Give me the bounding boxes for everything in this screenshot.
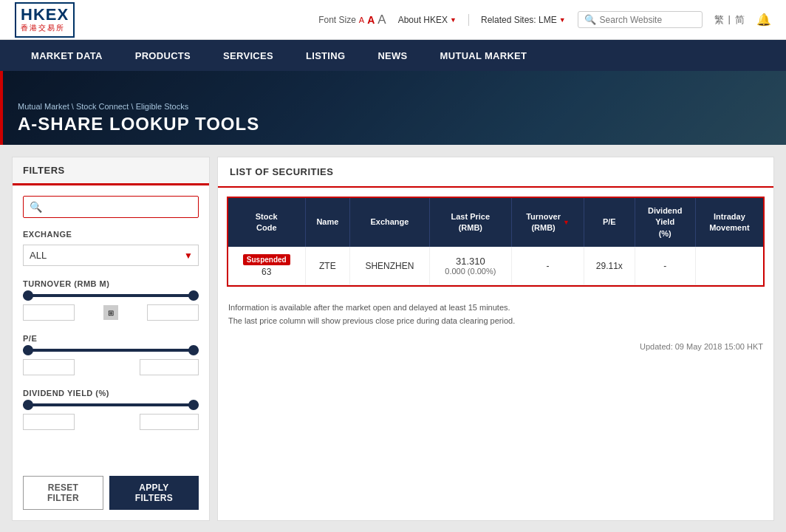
exchange-select[interactable]: ALL SHANGHAI SHENZHEN — [23, 245, 199, 266]
cell-pe: 29.11x — [584, 247, 635, 285]
table-header-row: StockCode Name Exchange Last Price(RMB) … — [228, 198, 763, 247]
last-price-main: 31.310 — [436, 256, 505, 267]
col-turnover-label: Turnover(RMB) — [526, 211, 561, 234]
dividend-max-input[interactable]: 13 — [140, 414, 199, 430]
pe-max-input[interactable]: 34,500 — [140, 359, 199, 375]
dividend-thumb-left[interactable] — [23, 400, 33, 410]
exchange-label: EXCHANGE — [23, 230, 199, 239]
header-search-input[interactable] — [600, 15, 696, 25]
col-dividend: DividendYield(%) — [635, 198, 695, 247]
logo-block: HKEX 香港交易所 — [15, 2, 75, 38]
suspended-badge: Suspended — [234, 254, 299, 267]
col-name: Name — [305, 198, 350, 247]
pe-thumb-left[interactable] — [23, 345, 33, 355]
cell-last-price: 31.310 0.000 (0.00%) — [429, 247, 511, 285]
stock-code-number: 63 — [234, 267, 299, 277]
pe-thumb-right[interactable] — [188, 345, 199, 355]
top-bar: HKEX 香港交易所 Font Size A A A About HKEX ▼ … — [0, 0, 786, 40]
font-large-button[interactable]: A — [377, 13, 386, 27]
table-wrap: StockCode Name Exchange Last Price(RMB) … — [227, 197, 765, 287]
dividend-thumb-right[interactable] — [188, 400, 199, 410]
dividend-section: DIVIDEND YIELD (%) 0 13 — [23, 389, 199, 430]
pe-track — [23, 349, 199, 352]
font-size-control: Font Size A A A — [318, 13, 386, 27]
lang-trad-link[interactable]: 繁 — [714, 13, 724, 27]
nav-mutual-market[interactable]: MUTUAL MARKET — [424, 40, 544, 71]
reset-filter-button[interactable]: RESET FILTER — [23, 476, 103, 510]
col-exchange: Exchange — [350, 198, 429, 247]
filter-search-input[interactable]: ZTE — [47, 202, 192, 213]
breadcrumb-eligible-stocks: Eligible Stocks — [136, 102, 189, 111]
turnover-thumb-right[interactable] — [188, 290, 199, 301]
hero-banner: Mutual Market \ Stock Connect \ Eligible… — [0, 71, 786, 145]
cell-turnover: - — [512, 247, 584, 285]
pe-label: P/E — [23, 334, 199, 343]
pe-fill — [23, 349, 199, 352]
about-hkex-menu[interactable]: About HKEX ▼ — [398, 15, 457, 25]
top-controls: Font Size A A A About HKEX ▼ Related Sit… — [318, 11, 771, 28]
turnover-thumb-left[interactable] — [23, 290, 33, 301]
filters-body: 🔍 ZTE EXCHANGE ALL SHANGHAI SHENZHEN ▼ T… — [13, 185, 209, 454]
breadcrumb-stock-connect[interactable]: Stock Connect — [76, 102, 129, 111]
nav-products[interactable]: PRODUCTS — [119, 40, 207, 71]
header-search-box[interactable]: 🔍 — [578, 11, 703, 28]
turnover-max-input[interactable]: 3,498 — [147, 304, 199, 321]
font-small-button[interactable]: A — [359, 16, 364, 24]
update-text: Updated: 09 May 2018 15:00 HKT — [218, 338, 773, 358]
logo-hkex: HKEX — [21, 7, 69, 23]
header-search-icon: 🔍 — [584, 14, 596, 25]
dividend-min-input[interactable]: 0 — [23, 414, 75, 430]
pe-min-input[interactable]: 0 — [23, 359, 75, 375]
lang-simp-link[interactable]: 简 — [735, 13, 745, 27]
securities-table: StockCode Name Exchange Last Price(RMB) … — [228, 198, 763, 285]
font-med-button[interactable]: A — [367, 14, 375, 26]
turnover-fill — [23, 294, 199, 297]
range-sep-box: ⊞ — [103, 305, 118, 320]
dividend-fill — [23, 403, 199, 406]
dividend-label: DIVIDEND YIELD (%) — [23, 389, 199, 398]
last-price-sub: 0.000 (0.00%) — [436, 267, 505, 276]
info-line1: Information is available after the marke… — [228, 301, 763, 315]
turnover-min-input[interactable]: 0 — [23, 304, 75, 321]
nav-listing[interactable]: LISTING — [290, 40, 361, 71]
font-size-label: Font Size — [318, 15, 356, 25]
nav-news[interactable]: NEWS — [361, 40, 423, 71]
about-hkex-arrow: ▼ — [450, 16, 457, 24]
col-turnover[interactable]: Turnover(RMB) ▼ — [512, 198, 584, 247]
turnover-section: TURNOVER (RMB M) 0 ⊞ 3,498 — [23, 279, 199, 321]
cell-intraday — [695, 247, 763, 285]
breadcrumb-mutual-market[interactable]: Mutual Market — [18, 102, 69, 111]
filter-buttons: RESET FILTER APPLY FILTERS — [13, 468, 209, 520]
exchange-select-wrap: ALL SHANGHAI SHENZHEN ▼ — [23, 245, 199, 266]
related-sites-arrow: ▼ — [559, 16, 566, 24]
securities-body: StockCode Name Exchange Last Price(RMB) … — [218, 197, 773, 358]
hero-content: Mutual Market \ Stock Connect \ Eligible… — [18, 102, 259, 134]
related-sites-label: Related Sites: LME — [481, 15, 557, 25]
turnover-track — [23, 294, 199, 297]
turnover-label: TURNOVER (RMB M) — [23, 279, 199, 288]
page-title: A-SHARE LOOKUP TOOLS — [18, 114, 259, 134]
filters-header: FILTERS — [13, 157, 209, 185]
divider — [468, 14, 469, 26]
about-hkex-label: About HKEX — [398, 15, 448, 25]
notification-bell-icon[interactable]: 🔔 — [756, 13, 771, 27]
table-row: Suspended 63 ZTE SHENZHEN 31.310 0.000 (… — [228, 247, 763, 285]
filter-search-wrap: 🔍 ZTE — [23, 196, 199, 218]
dividend-inputs: 0 13 — [23, 414, 199, 430]
turnover-sort-icon: ▼ — [563, 218, 570, 228]
cell-name: ZTE — [305, 247, 350, 285]
nav-services[interactable]: SERVICES — [207, 40, 290, 71]
red-accent-bar — [0, 71, 3, 145]
cell-exchange: SHENZHEN — [350, 247, 429, 285]
cell-dividend: - — [635, 247, 695, 285]
logo-area: HKEX 香港交易所 — [15, 2, 79, 38]
securities-header: LIST OF SECURITIES — [218, 157, 773, 188]
apply-filters-button[interactable]: APPLY FILTERS — [109, 476, 199, 510]
col-stock-code: StockCode — [228, 198, 305, 247]
turnover-inputs: 0 ⊞ 3,498 — [23, 304, 199, 321]
related-sites-menu[interactable]: Related Sites: LME ▼ — [481, 15, 566, 25]
nav-market-data[interactable]: MARKET DATA — [15, 40, 119, 71]
main-content: FILTERS 🔍 ZTE EXCHANGE ALL SHANGHAI SHEN… — [0, 145, 786, 532]
cell-stock-code: Suspended 63 — [228, 247, 305, 285]
pe-section: P/E 0 34,500 — [23, 334, 199, 375]
